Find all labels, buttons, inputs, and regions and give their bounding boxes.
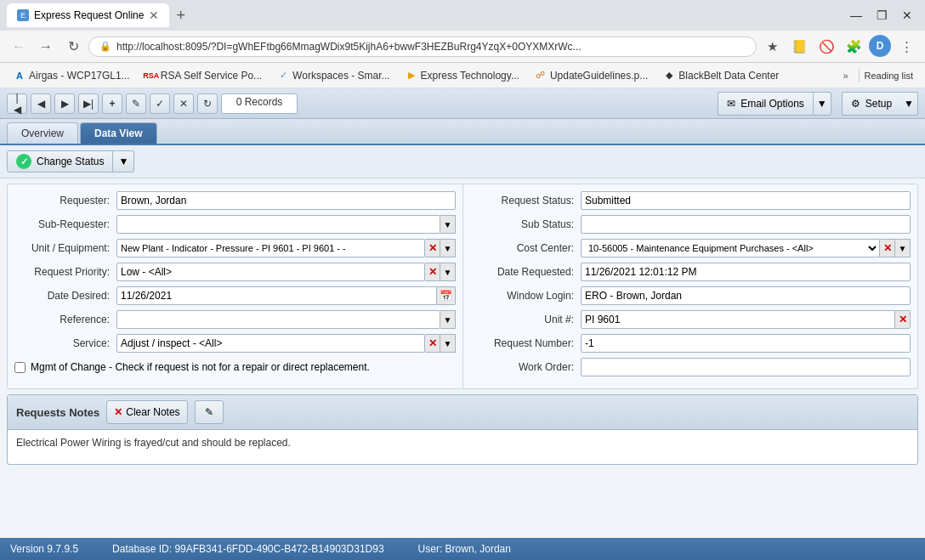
unit-equipment-dropdown-button[interactable]: ▼ — [440, 239, 456, 257]
cost-x-icon: ✕ — [883, 242, 892, 254]
notes-section: Requests Notes ✕ Clear Notes ✎ Electrica… — [7, 394, 918, 465]
workspaces-icon: ✓ — [277, 70, 289, 82]
minimize-button[interactable]: — — [845, 7, 867, 24]
bookmark-blackbelt[interactable]: ◆ BlackBelt Data Center — [656, 68, 786, 83]
change-status-button[interactable]: ✓ Change Status — [7, 150, 113, 173]
setup-dropdown-button[interactable]: ▼ — [900, 92, 918, 116]
prev-record-button[interactable]: ◀ — [31, 93, 51, 114]
unit-equipment-select[interactable]: New Plant - Indicator - Pressure - PI 96… — [116, 239, 425, 257]
email-options-dropdown-button[interactable]: ▼ — [813, 92, 831, 116]
tab-overview[interactable]: Overview — [7, 122, 78, 144]
refresh-button[interactable]: ↻ — [197, 93, 218, 114]
email-options-button[interactable]: ✉ Email Options — [718, 92, 813, 116]
requester-input[interactable] — [116, 191, 456, 210]
cost-center-container: 10-56005 - Maintenance Equipment Purchas… — [581, 239, 911, 257]
sub-status-input[interactable] — [581, 215, 911, 234]
menu-button[interactable]: ⋮ — [894, 35, 918, 59]
rsa-icon: RSA — [145, 70, 157, 82]
close-button[interactable]: ✕ — [896, 7, 918, 24]
request-number-input[interactable] — [581, 334, 911, 353]
unit-num-input[interactable] — [581, 310, 895, 329]
request-priority-dropdown-button[interactable]: ▼ — [440, 263, 456, 281]
bookmark-update[interactable]: ☍ UpdateGuidelines.p... — [528, 68, 655, 83]
service-dropdown-button[interactable]: ▼ — [440, 334, 456, 353]
reading-list-button[interactable]: Reading list — [859, 69, 918, 82]
notes-title: Requests Notes — [16, 406, 99, 419]
tab-data-view[interactable]: Data View — [80, 122, 156, 144]
bookmark-airgas[interactable]: A Airgas - WCP17GL1... — [7, 68, 137, 83]
nav-extras: ★ 📒 🚫 🧩 D ⋮ — [760, 35, 918, 59]
cost-center-clear-button[interactable]: ✕ — [880, 239, 895, 257]
bookmark-workspaces-label: Workspaces - Smar... — [292, 70, 389, 82]
edit-record-button[interactable]: ✎ — [126, 93, 146, 114]
unit-x-icon: ✕ — [899, 314, 907, 325]
profile-button[interactable]: D — [869, 35, 891, 57]
calendar-icon: 📅 — [440, 290, 452, 302]
service-container: Adjust / inspect - <All> ✕ ▼ — [116, 334, 456, 353]
date-desired-row: Date Desired: 📅 — [14, 286, 456, 305]
add-record-button[interactable]: + — [102, 93, 122, 114]
next-record-button[interactable]: ▶ — [54, 93, 75, 114]
clear-notes-button[interactable]: ✕ Clear Notes — [106, 400, 187, 424]
reference-select[interactable] — [116, 310, 440, 329]
unit-num-container: ✕ — [581, 310, 911, 329]
first-record-button[interactable]: |◀ — [7, 93, 27, 114]
reload-button[interactable]: ↻ — [61, 35, 85, 59]
restore-button[interactable]: ❐ — [871, 7, 893, 24]
setup-button[interactable]: ⚙ Setup — [842, 92, 900, 116]
window-login-input[interactable] — [581, 286, 911, 305]
no-sign-button[interactable]: 🚫 — [814, 35, 838, 59]
favorites-button[interactable]: ★ — [760, 35, 784, 59]
x-icon: ✕ — [428, 242, 437, 254]
unit-equipment-clear-button[interactable]: ✕ — [425, 239, 440, 257]
extensions-button[interactable]: 🧩 — [842, 35, 865, 59]
more-bookmarks-button[interactable]: » — [837, 69, 853, 82]
request-priority-clear-button[interactable]: ✕ — [425, 263, 440, 281]
delete-record-button[interactable]: ✕ — [173, 93, 194, 114]
bookmark-airgas-label: Airgas - WCP17GL1... — [29, 70, 130, 82]
mgmt-change-checkbox[interactable] — [14, 362, 26, 373]
chevron-down-icon: ▼ — [817, 98, 827, 110]
unit-num-clear-button[interactable]: ✕ — [895, 310, 911, 329]
browser-nav-bar: ← → ↻ 🔒 http://localhost:8095/?DI=gWhEFt… — [0, 31, 925, 63]
save-record-button[interactable]: ✓ — [150, 93, 170, 114]
cost-center-select[interactable]: 10-56005 - Maintenance Equipment Purchas… — [581, 239, 880, 257]
date-desired-calendar-button[interactable]: 📅 — [437, 286, 456, 305]
bookmark-express[interactable]: ▶ Express Technology... — [399, 68, 526, 83]
change-status-dropdown-button[interactable]: ▼ — [113, 150, 134, 173]
new-tab-button[interactable]: + — [169, 7, 192, 25]
bookmark-workspaces[interactable]: ✓ Workspaces - Smar... — [270, 68, 396, 83]
browser-tab[interactable]: E Express Request Online ✕ — [7, 3, 169, 27]
forward-button[interactable]: → — [34, 35, 58, 59]
cost-center-row: Cost Center: 10-56005 - Maintenance Equi… — [470, 239, 911, 257]
back-button[interactable]: ← — [7, 35, 31, 59]
request-priority-select[interactable]: Low - <All> — [116, 263, 425, 281]
tab-title: Express Request Online — [34, 9, 144, 21]
edit-notes-button[interactable]: ✎ — [195, 400, 224, 424]
close-tab-button[interactable]: ✕ — [149, 9, 159, 21]
unit-equipment-row: Unit / Equipment: New Plant - Indicator … — [14, 239, 456, 257]
collections-button[interactable]: 📒 — [787, 35, 811, 59]
date-desired-input[interactable] — [116, 286, 437, 305]
service-clear-button[interactable]: ✕ — [425, 334, 440, 353]
tab-data-view-label: Data View — [94, 127, 142, 139]
request-status-input[interactable] — [581, 191, 911, 210]
work-order-input[interactable] — [581, 358, 911, 376]
express-icon: ▶ — [406, 70, 417, 82]
sub-requester-dropdown-button[interactable]: ▼ — [440, 215, 456, 234]
reference-dropdown-button[interactable]: ▼ — [440, 310, 456, 329]
form-right-column: Request Status: Sub Status: Cost Center:… — [462, 184, 917, 388]
setup-chevron-icon: ▼ — [904, 98, 914, 110]
service-select[interactable]: Adjust / inspect - <All> — [116, 334, 425, 353]
last-record-button[interactable]: ▶| — [78, 93, 99, 114]
date-requested-label: Date Requested: — [470, 266, 581, 278]
sub-requester-select[interactable] — [116, 215, 440, 234]
cost-center-dropdown-button[interactable]: ▼ — [895, 239, 911, 257]
bookmark-rsa[interactable]: RSA RSA Self Service Po... — [139, 68, 269, 83]
tab-favicon: E — [17, 9, 29, 21]
date-requested-input[interactable] — [581, 263, 911, 281]
form-container: Requester: Sub-Requester: ▼ Un — [7, 184, 918, 389]
change-status-label: Change Status — [37, 156, 104, 167]
address-bar[interactable]: 🔒 http://localhost:8095/?DI=gWhEFtbg66Mm… — [88, 37, 757, 57]
request-priority-row: Request Priority: Low - <All> ✕ ▼ — [14, 263, 456, 281]
